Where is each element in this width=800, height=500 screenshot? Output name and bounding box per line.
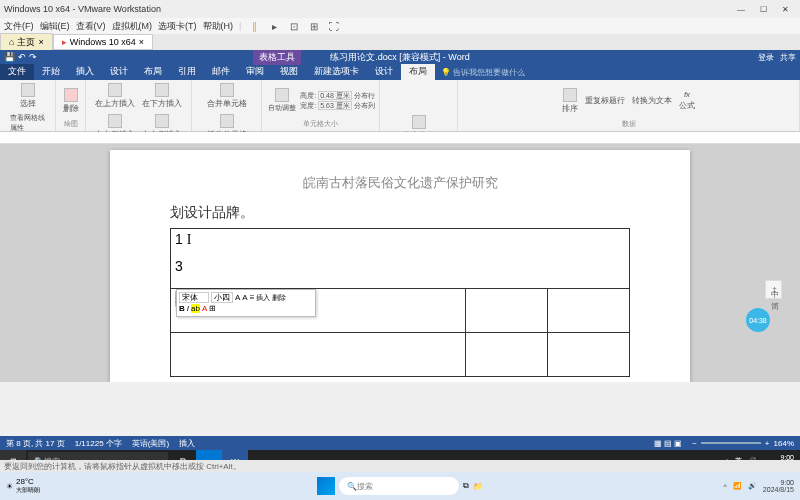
close-button[interactable]: ✕ — [774, 2, 796, 16]
tab-view[interactable]: 视图 — [272, 63, 306, 80]
font-color-icon[interactable]: A — [202, 304, 207, 313]
ruler[interactable] — [0, 132, 800, 144]
tab-home[interactable]: 开始 — [34, 63, 68, 80]
tab-custom[interactable]: 新建选项卡 — [306, 63, 367, 80]
font-input[interactable] — [179, 292, 209, 303]
word-statusbar: 第 8 页, 共 17 页 1/11225 个字 英语(美国) 插入 ▦ ▤ ▣… — [0, 436, 800, 450]
view-buttons[interactable]: ▦ ▤ ▣ — [654, 439, 682, 448]
grow-font-icon[interactable]: A — [235, 293, 240, 302]
insert-button[interactable]: 插入 — [256, 293, 270, 303]
menu-file[interactable]: 文件(F) — [4, 20, 34, 33]
tab-references[interactable]: 引用 — [170, 63, 204, 80]
language-status[interactable]: 英语(美国) — [132, 438, 169, 449]
tab-layout[interactable]: 布局 — [136, 63, 170, 80]
zoom-value[interactable]: 164% — [774, 439, 794, 448]
undo-icon[interactable]: ↶ — [18, 52, 26, 62]
sort-button[interactable]: 排序 — [560, 87, 580, 115]
word-count[interactable]: 1/11225 个字 — [75, 438, 122, 449]
host-app-icon[interactable]: 📁 — [473, 482, 483, 491]
tab-design[interactable]: 设计 — [102, 63, 136, 80]
vm-icon: ▸ — [62, 37, 67, 47]
host-app-icon[interactable]: ⧉ — [463, 481, 469, 491]
distribute-rows-button[interactable]: 分布行 — [354, 92, 375, 99]
weather-widget[interactable]: ☀ 28°C 大部晴朗 — [6, 477, 40, 495]
alignment-grid[interactable] — [403, 82, 435, 111]
merge-button[interactable]: 合并单元格 — [205, 82, 249, 110]
host-clock-date: 2024/8/15 — [763, 486, 794, 493]
tab-review[interactable]: 审阅 — [238, 63, 272, 80]
tray-up-icon[interactable]: ^ — [724, 483, 727, 490]
host-search[interactable]: 🔍 搜索 — [339, 477, 459, 495]
col-width-input[interactable]: 5.63 厘米 — [318, 101, 352, 110]
mini-toolbar[interactable]: A A ≡ 插入 删除 B I ab A ⊞ — [176, 289, 316, 317]
select-button[interactable]: 选择 — [18, 82, 38, 110]
tellme-input[interactable]: 💡 告诉我您想要做什么 — [435, 65, 800, 80]
insert-mode[interactable]: 插入 — [179, 438, 195, 449]
menu-vm[interactable]: 虚拟机(M) — [112, 20, 153, 33]
save-icon[interactable]: 💾 — [4, 52, 15, 62]
fullscreen-icon[interactable]: ⛶ — [327, 19, 341, 33]
distribute-cols-button[interactable]: 分布列 — [354, 102, 375, 109]
close-icon[interactable]: × — [38, 37, 43, 47]
tab-insert[interactable]: 插入 — [68, 63, 102, 80]
tab-table-design[interactable]: 设计 — [367, 63, 401, 80]
convert-text-button[interactable]: 转换为文本 — [630, 94, 674, 107]
vm-tabstrip: ⌂ 主页 × ▸ Windows 10 x64 × — [0, 34, 800, 50]
ime-widget[interactable]: 中 ‡ 简 — [765, 280, 782, 299]
tool-icon[interactable]: ⊞ — [307, 19, 321, 33]
power-icon[interactable]: ▸ — [267, 19, 281, 33]
italic-button[interactable]: I — [187, 304, 189, 313]
maximize-button[interactable]: ☐ — [752, 2, 774, 16]
zoom-out-button[interactable]: − — [692, 439, 697, 448]
delete-button[interactable]: 删除 — [61, 87, 81, 115]
repeat-header-button[interactable]: 重复标题行 — [583, 94, 627, 107]
autofit-button[interactable]: 自动调整 — [266, 87, 298, 114]
paragraph[interactable]: 划设计品牌。 — [170, 204, 630, 222]
bold-button[interactable]: B — [179, 304, 185, 313]
menu-view[interactable]: 查看(V) — [76, 20, 106, 33]
tab-vm[interactable]: ▸ Windows 10 x64 × — [53, 34, 153, 50]
snapshot-icon[interactable]: ⊡ — [287, 19, 301, 33]
word-titlebar: 💾 ↶ ↷ 练习用论文.docx [兼容模式] - Word 表格工具 登录 共… — [0, 50, 800, 64]
border-icon[interactable]: ⊞ — [209, 304, 216, 313]
time-badge: 04:38 — [746, 308, 770, 332]
zoom-slider[interactable] — [701, 442, 761, 444]
size-input[interactable] — [211, 292, 233, 303]
highlight-icon[interactable]: ab — [191, 304, 200, 313]
insert-above-button[interactable]: 在上方插入 — [93, 82, 137, 110]
sun-icon: ☀ — [6, 482, 13, 491]
menu-edit[interactable]: 编辑(E) — [40, 20, 70, 33]
tab-file[interactable]: 文件 — [0, 63, 34, 80]
close-icon[interactable]: × — [139, 37, 144, 47]
tab-mailings[interactable]: 邮件 — [204, 63, 238, 80]
menu-help[interactable]: 帮助(H) — [203, 20, 234, 33]
document-area[interactable]: 皖南古村落民俗文化遗产保护研究 划设计品牌。 1 I 3 567 — [0, 144, 800, 382]
styles-icon[interactable]: ≡ — [250, 293, 255, 302]
vmware-titlebar: Windows 10 x64 - VMware Workstation — ☐ … — [0, 0, 800, 18]
volume-icon[interactable]: 🔊 — [748, 482, 757, 490]
word-title: 练习用论文.docx [兼容模式] - Word — [330, 51, 469, 64]
zoom-in-button[interactable]: + — [765, 439, 770, 448]
share-button[interactable]: 共享 — [780, 52, 796, 63]
pause-icon[interactable]: ‖ — [247, 19, 261, 33]
login-button[interactable]: 登录 — [758, 52, 774, 63]
row-height-input[interactable]: 0.48 厘米 — [318, 91, 352, 100]
page-status[interactable]: 第 8 页, 共 17 页 — [6, 438, 65, 449]
vmware-menubar: 文件(F) 编辑(E) 查看(V) 虚拟机(M) 选项卡(T) 帮助(H) | … — [0, 18, 800, 34]
tab-table-layout[interactable]: 布局 — [401, 63, 435, 80]
tab-home[interactable]: ⌂ 主页 × — [0, 33, 53, 52]
delete-button[interactable]: 删除 — [272, 293, 286, 303]
insert-below-button[interactable]: 在下方插入 — [140, 82, 184, 110]
cell-text[interactable]: 1 I — [175, 231, 625, 248]
host-clock-time[interactable]: 9:00 — [763, 479, 794, 486]
cell-text[interactable]: 3 — [175, 258, 625, 274]
host-taskbar: ☀ 28°C 大部晴朗 🔍 搜索 ⧉ 📁 ^ 📶 🔊 9:00 2024/8/1… — [0, 472, 800, 500]
minimize-button[interactable]: — — [730, 2, 752, 16]
formula-button[interactable]: fx公式 — [677, 89, 697, 112]
shrink-font-icon[interactable]: A — [242, 293, 247, 302]
redo-icon[interactable]: ↷ — [29, 52, 37, 62]
host-start-button[interactable] — [317, 477, 335, 495]
wifi-icon[interactable]: 📶 — [733, 482, 742, 490]
gridlines-button[interactable]: 查看网格线 — [10, 113, 45, 123]
menu-tabs[interactable]: 选项卡(T) — [158, 20, 197, 33]
